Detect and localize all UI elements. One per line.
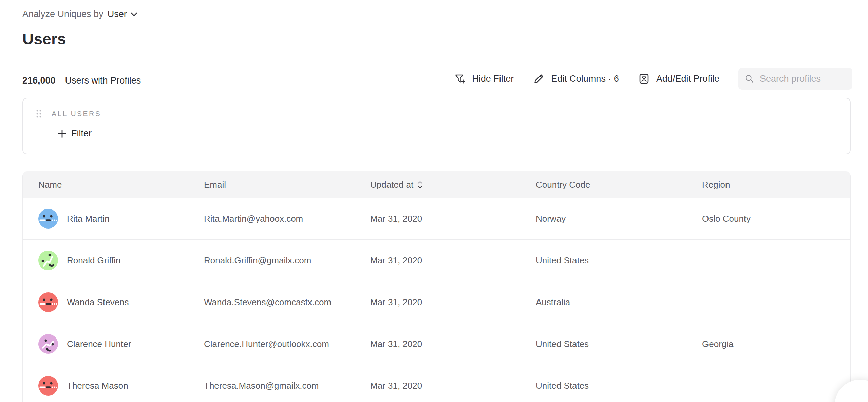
add-filter-button[interactable]: Filter — [58, 128, 92, 139]
user-updated-at: Mar 31, 2020 — [370, 255, 536, 266]
table-header: Name Email Updated at Country Code Regio… — [23, 171, 850, 198]
user-name: Clarence Hunter — [67, 339, 131, 349]
chevron-down-icon — [130, 12, 138, 17]
analyze-uniques-row: Analyze Uniques by User — [22, 9, 138, 19]
add-edit-profile-label: Add/Edit Profile — [656, 74, 719, 84]
edit-columns-label: Edit Columns · 6 — [551, 74, 619, 84]
analyze-uniques-value: User — [108, 9, 127, 19]
user-name: Theresa Mason — [67, 381, 128, 391]
avatar — [38, 376, 58, 396]
drag-handle-icon[interactable] — [35, 109, 43, 119]
column-header-country-code: Country Code — [536, 180, 702, 190]
sort-icon — [417, 181, 423, 188]
profiles-table: Name Email Updated at Country Code Regio… — [22, 171, 851, 402]
table-row[interactable]: Clarence Hunter Clarence.Hunter@outlookx… — [23, 323, 850, 365]
edit-columns-button[interactable]: Edit Columns · 6 — [533, 73, 619, 85]
user-region: Oslo County — [702, 214, 850, 224]
filter-card: ALL USERS Filter — [22, 98, 851, 154]
avatar — [38, 334, 58, 354]
top-divider — [19, 3, 868, 3]
all-users-label: ALL USERS — [52, 110, 101, 118]
user-country: United States — [536, 255, 702, 266]
user-updated-at: Mar 31, 2020 — [370, 381, 536, 391]
user-email: Rita.Martin@yahoox.com — [204, 214, 370, 224]
user-updated-at: Mar 31, 2020 — [370, 297, 536, 308]
user-name: Ronald Griffin — [67, 255, 121, 266]
profiles-count-row: 216,000 Users with Profiles — [22, 70, 141, 91]
analyze-uniques-dropdown[interactable]: User — [108, 9, 138, 19]
profiles-count-label: Users with Profiles — [65, 75, 141, 86]
column-header-updated-at[interactable]: Updated at — [370, 180, 536, 190]
column-header-region: Region — [702, 180, 850, 190]
user-email: Ronald.Griffin@gmailx.com — [204, 255, 370, 266]
user-country: United States — [536, 339, 702, 349]
search-profiles-input[interactable] — [760, 74, 846, 84]
plus-icon — [58, 129, 67, 138]
add-filter-label: Filter — [71, 128, 92, 139]
filter-plus-icon — [454, 73, 466, 85]
user-email: Theresa.Mason@gmailx.com — [204, 381, 370, 391]
user-updated-at: Mar 31, 2020 — [370, 339, 536, 349]
user-email: Clarence.Hunter@outlookx.com — [204, 339, 370, 349]
avatar — [38, 292, 58, 312]
column-header-name: Name — [23, 180, 204, 190]
hide-filter-label: Hide Filter — [472, 74, 514, 84]
user-country: Norway — [536, 214, 702, 224]
user-region: Georgia — [702, 339, 850, 349]
table-row[interactable]: Theresa Mason Theresa.Mason@gmailx.com M… — [23, 365, 850, 402]
table-row[interactable]: Wanda Stevens Wanda.Stevens@comcastx.com… — [23, 281, 850, 323]
search-icon — [744, 73, 754, 85]
avatar — [38, 209, 58, 229]
user-updated-at: Mar 31, 2020 — [370, 214, 536, 224]
table-row[interactable]: Ronald Griffin Ronald.Griffin@gmailx.com… — [23, 240, 850, 281]
avatar — [38, 251, 58, 270]
search-profiles-box[interactable] — [738, 68, 852, 90]
user-country: United States — [536, 381, 702, 391]
column-header-email: Email — [204, 180, 370, 190]
pencil-icon — [533, 73, 545, 85]
user-email: Wanda.Stevens@comcastx.com — [204, 297, 370, 308]
user-name: Wanda Stevens — [67, 297, 129, 308]
page-title: Users — [22, 30, 66, 48]
table-row[interactable]: Rita Martin Rita.Martin@yahoox.com Mar 3… — [23, 198, 850, 240]
user-name: Rita Martin — [67, 214, 110, 224]
users-page: Analyze Uniques by User Users 216,000 Us… — [0, 0, 868, 402]
toolbar: Hide Filter Edit Columns · 6 Add/Edit Pr… — [454, 67, 852, 90]
user-country: Australia — [536, 297, 702, 308]
hide-filter-button[interactable]: Hide Filter — [454, 73, 514, 85]
analyze-uniques-label: Analyze Uniques by — [22, 9, 103, 19]
profile-card-icon — [638, 73, 650, 85]
profiles-count: 216,000 — [22, 75, 56, 86]
add-edit-profile-button[interactable]: Add/Edit Profile — [638, 73, 719, 85]
